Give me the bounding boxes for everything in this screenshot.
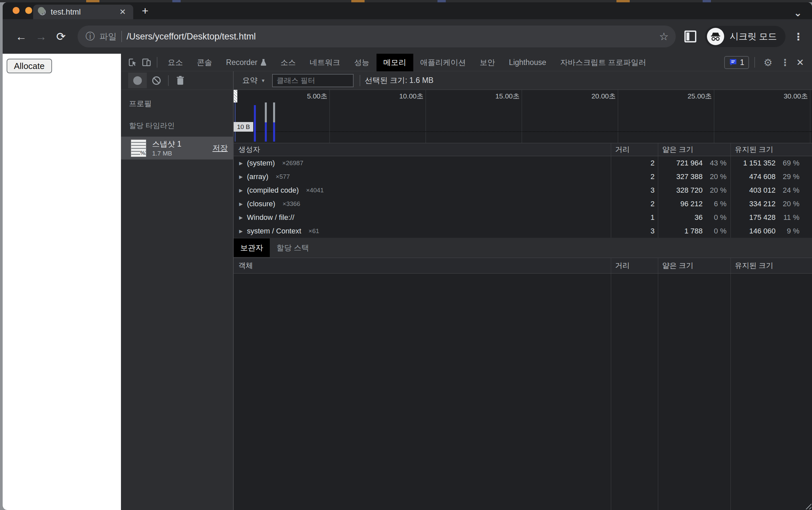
tab-console[interactable]: 콘솔 xyxy=(190,54,219,71)
address-divider xyxy=(121,31,122,42)
perspective-dropdown[interactable]: 요약 ▼ xyxy=(239,75,269,86)
header-shallow-size[interactable]: 얕은 크기 xyxy=(658,258,730,273)
resize-grip[interactable] xyxy=(804,502,811,509)
allocation-timeline-chart[interactable]: 5.00초 10.00초 15.00초 20.00초 25.00초 30.00초 xyxy=(234,89,812,143)
column-separator xyxy=(658,274,658,510)
allocation-timeline-section-label: 할당 타임라인 xyxy=(121,109,233,131)
block-icon xyxy=(151,76,161,86)
allocation-bar-freed xyxy=(273,103,275,122)
delete-button[interactable] xyxy=(171,76,190,86)
bookmark-star-icon[interactable]: ☆ xyxy=(659,30,669,43)
table-row[interactable]: ▶ (closure) ×3366 2 96 2126 % 334 21220 … xyxy=(234,197,812,210)
tab-application[interactable]: 애플리케이션 xyxy=(413,54,473,71)
snapshot-save-link[interactable]: 저장 xyxy=(212,143,228,153)
toolbar-divider xyxy=(168,75,169,86)
close-window-button[interactable] xyxy=(12,7,20,14)
flask-icon xyxy=(260,58,267,66)
url-text: /Users/yceffort/Desktop/test.html xyxy=(127,31,655,42)
expand-icon[interactable]: ▶ xyxy=(238,215,244,220)
forward-button[interactable]: → xyxy=(32,30,50,43)
timeline-tick: 15.00초 xyxy=(426,90,522,143)
clear-button[interactable] xyxy=(147,76,166,86)
tab-sources[interactable]: 소스 xyxy=(274,54,303,71)
tab-retainers[interactable]: 보관자 xyxy=(234,238,270,257)
profiles-title: 프로필 xyxy=(121,90,233,109)
new-tab-button[interactable]: + xyxy=(139,4,152,17)
class-filter-input[interactable] xyxy=(272,74,354,87)
snapshot-item[interactable]: % 스냅샷 1 1.7 MB 저장 xyxy=(121,137,233,160)
issues-button[interactable]: 1 xyxy=(724,56,749,69)
header-distance[interactable]: 거리 xyxy=(611,258,658,273)
tab-security[interactable]: 보안 xyxy=(473,54,502,71)
reload-button[interactable]: ⟳ xyxy=(52,30,69,43)
device-toolbar-icon[interactable] xyxy=(140,56,153,69)
header-retained-size[interactable]: 유지된 크기 xyxy=(730,143,812,156)
header-retained-size[interactable]: 유지된 크기 xyxy=(730,258,812,273)
tab-network[interactable]: 네트워크 xyxy=(303,54,347,71)
devtools-menu-icon[interactable]: ⋮ xyxy=(778,57,792,68)
tab-allocation-stack[interactable]: 할당 스택 xyxy=(270,238,315,257)
tab-close-icon[interactable]: ✕ xyxy=(117,7,128,17)
tab-search-chevron-icon[interactable]: ⌄ xyxy=(794,10,802,16)
tab-js-profiler[interactable]: 자바스크립트 프로파일러 xyxy=(553,54,653,71)
header-distance[interactable]: 거리 xyxy=(611,143,658,156)
record-button[interactable] xyxy=(128,73,147,88)
file-scheme-label: 파일 xyxy=(99,31,117,42)
back-button[interactable]: ← xyxy=(12,30,30,43)
allocation-bar xyxy=(273,122,275,142)
allocation-bar-freed xyxy=(265,103,267,122)
devtools-close-icon[interactable]: ✕ xyxy=(794,57,808,68)
browser-toolbar: ← → ⟳ ⓘ 파일 /Users/yceffort/Desktop/test.… xyxy=(3,19,812,54)
tab-lighthouse[interactable]: Lighthouse xyxy=(502,54,553,71)
timeline-tick: 20.00초 xyxy=(522,90,618,143)
incognito-label: 시크릿 모드 xyxy=(729,30,777,42)
issues-count: 1 xyxy=(740,58,744,67)
header-object[interactable]: 객체 xyxy=(234,261,611,271)
tab-performance[interactable]: 성능 xyxy=(347,54,377,71)
tab-recorder[interactable]: Recorder xyxy=(219,54,274,71)
zoom-window-button[interactable] xyxy=(38,7,45,14)
dropdown-caret-icon: ▼ xyxy=(261,78,266,83)
incognito-icon xyxy=(707,28,724,45)
snapshot-name: 스냅샷 1 xyxy=(152,139,207,149)
address-bar[interactable]: ⓘ 파일 /Users/yceffort/Desktop/test.html ☆ xyxy=(78,26,676,48)
header-shallow-size[interactable]: 얕은 크기 xyxy=(658,143,730,156)
info-icon[interactable]: ⓘ xyxy=(86,30,95,43)
inspect-element-icon[interactable] xyxy=(126,56,140,69)
tab-elements[interactable]: 요소 xyxy=(161,54,190,71)
trash-icon xyxy=(176,76,185,86)
timeline-tick: 25.00초 xyxy=(618,90,714,143)
table-row[interactable]: ▶ (array) ×577 2 327 38820 % 474 60829 % xyxy=(234,170,812,183)
browser-tab[interactable]: test.html ✕ xyxy=(33,5,133,19)
minimize-window-button[interactable] xyxy=(25,7,32,14)
browser-menu-icon[interactable]: ⋮ xyxy=(793,31,803,42)
table-row[interactable]: ▶ (compiled code) ×4041 3 328 72020 % 40… xyxy=(234,183,812,197)
table-row[interactable]: ▶ system / Context ×61 3 1 7880 % 146 06… xyxy=(234,224,812,238)
devtools-tabbar: 요소 콘솔 Recorder 소스 네트워크 성능 메모리 애플리케이션 보안 … xyxy=(121,54,812,71)
table-row[interactable]: ▶ Window / file:// 1 360 % 175 42811 % xyxy=(234,210,812,224)
expand-icon[interactable]: ▶ xyxy=(238,201,244,206)
desktop-edge xyxy=(0,0,812,2)
size-gridline xyxy=(234,131,812,132)
table-row[interactable]: ▶ (system) ×26987 2 721 96443 % 1 151 35… xyxy=(234,156,812,170)
timeline-tick: 10.00초 xyxy=(330,90,426,143)
constructors-table: ▶ (system) ×26987 2 721 96443 % 1 151 35… xyxy=(234,156,812,238)
header-constructor[interactable]: 생성자 xyxy=(234,145,611,154)
memory-main-panel: 5.00초 10.00초 15.00초 20.00초 25.00초 30.00초 xyxy=(233,89,812,510)
profiles-sidebar: 프로필 할당 타임라인 % 스냅샷 1 1.7 MB 저장 xyxy=(121,89,233,510)
settings-gear-icon[interactable]: ⚙ xyxy=(760,57,776,68)
timeline-selection-handle[interactable] xyxy=(234,90,237,103)
expand-icon[interactable]: ▶ xyxy=(238,174,244,179)
expand-icon[interactable]: ▶ xyxy=(238,188,244,193)
side-panel-icon[interactable] xyxy=(684,30,696,42)
issues-icon xyxy=(729,58,738,67)
snapshot-icon: % xyxy=(131,140,146,157)
memory-toolbar: 요약 ▼ 선택된 크기: 1.6 MB xyxy=(121,71,812,89)
expand-icon[interactable]: ▶ xyxy=(238,228,244,234)
selected-size-label: 선택된 크기: 1.6 MB xyxy=(365,75,433,86)
tab-title: test.html xyxy=(51,7,113,17)
incognito-badge: 시크릿 모드 xyxy=(705,26,785,47)
tab-memory[interactable]: 메모리 xyxy=(377,54,413,71)
allocate-button[interactable]: Allocate xyxy=(7,59,52,73)
expand-icon[interactable]: ▶ xyxy=(238,161,244,166)
